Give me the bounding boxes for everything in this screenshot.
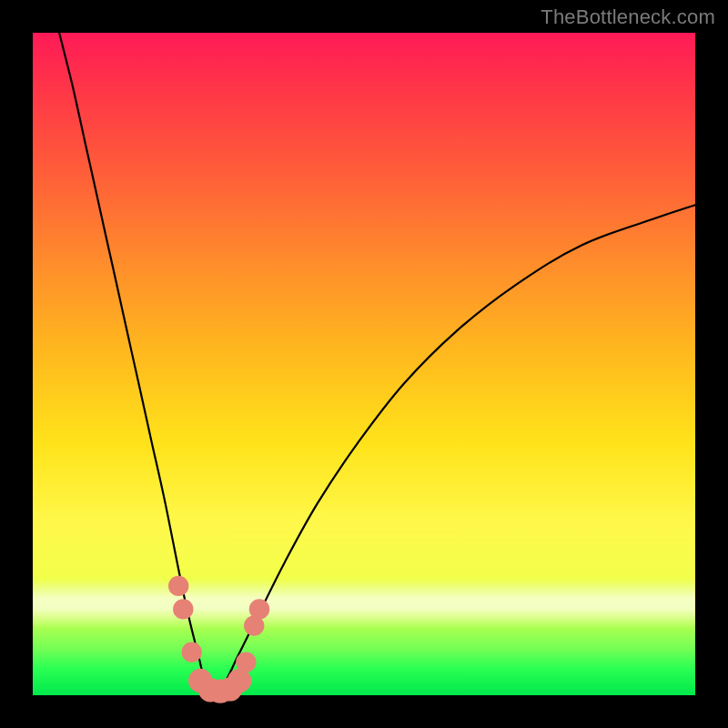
chart-frame: TheBottleneck.com [0, 0, 728, 728]
watermark-text: TheBottleneck.com [541, 5, 715, 29]
trough-marker [236, 652, 256, 672]
trough-marker [173, 599, 193, 619]
trough-marker [249, 599, 269, 619]
trough-marker [182, 642, 202, 662]
curve-left-arm [59, 33, 212, 695]
chart-svg [33, 33, 695, 695]
trough-marker [228, 669, 251, 693]
curve-right-arm [212, 205, 695, 695]
trough-marker [168, 576, 188, 596]
